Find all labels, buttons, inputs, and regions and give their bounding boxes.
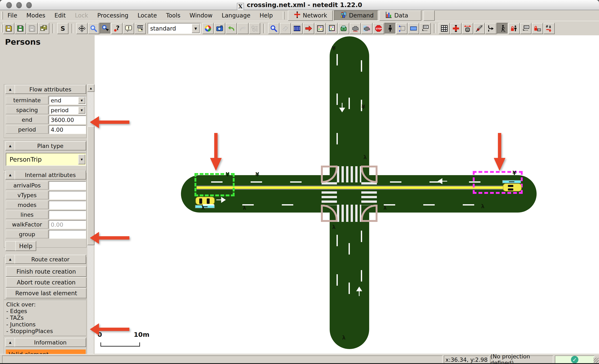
taxi-vehicle[interactable] [503, 183, 522, 191]
status-bar: x:36.34, y:2.98 (No projection defined) … [0, 354, 599, 364]
context-help-button[interactable]: ? [111, 23, 123, 34]
menu-edit[interactable]: Edit [50, 11, 70, 21]
grid-toggle-button[interactable] [439, 23, 450, 34]
supermode-network-button[interactable]: Network [288, 10, 333, 21]
network-canvas[interactable]: 0 10m ¥¥¥¥λλλλλλ¥λ [95, 35, 599, 354]
save-all-button[interactable] [38, 23, 49, 34]
bus-stop[interactable] [195, 205, 215, 208]
collapse-plan-type-button[interactable]: ▲ [5, 141, 15, 150]
group-input[interactable] [49, 230, 86, 239]
lines-input[interactable] [49, 211, 86, 219]
zoom-fit-button[interactable] [88, 23, 99, 34]
menu-processing[interactable]: Processing [93, 11, 133, 21]
period-input[interactable]: 4.00 [49, 125, 86, 134]
collapse-flow-button[interactable]: ▲ [5, 85, 15, 94]
lane-marking [423, 204, 435, 205]
route-options-button [249, 23, 260, 34]
type-mode-button[interactable]: TYPE [350, 23, 361, 34]
messages-window-button[interactable]: ! [123, 23, 134, 34]
help-button[interactable]: Help [15, 241, 36, 251]
view-coloring-button[interactable] [202, 23, 214, 34]
lock-container-toggle-button[interactable] [532, 23, 543, 34]
junction-shape-toggle-button[interactable] [450, 23, 461, 34]
menu-language[interactable]: Language [217, 11, 255, 21]
hide-shapes-toggle-button[interactable] [474, 23, 485, 34]
toolbar-separator [53, 24, 54, 33]
save-additionals-button[interactable] [15, 23, 26, 34]
terminate-combo[interactable]: end▼ [49, 96, 86, 105]
person-plan-mode-button[interactable] [396, 23, 407, 34]
menu-modes[interactable]: Modes [22, 11, 50, 21]
view-preset-combo[interactable]: standard▼ [148, 23, 201, 34]
remove-last-element-button[interactable]: Remove last element [6, 288, 87, 298]
inspect-mode-button[interactable] [268, 23, 279, 34]
vtypes-input[interactable] [49, 191, 86, 200]
vehicle-mode-button[interactable] [338, 23, 349, 34]
end-input[interactable]: 3600.00 [49, 116, 86, 124]
lock-person-toggle-button[interactable] [509, 23, 520, 34]
abort-route-creation-button[interactable]: Abort route creation [6, 277, 87, 288]
save-network-button[interactable] [3, 23, 14, 34]
chevron-down-icon[interactable]: ▼ [78, 107, 85, 114]
toolbar-grip[interactable] [1, 25, 3, 32]
route-mode-button[interactable] [303, 23, 314, 34]
information-header[interactable]: Information [15, 338, 86, 347]
collapse-information-button[interactable]: ▲ [5, 338, 15, 347]
delete-mode-button [280, 23, 291, 34]
route-distribution-mode-button[interactable] [315, 23, 326, 34]
stop-mode-button[interactable]: STOP [373, 23, 384, 34]
container-mode-button[interactable] [408, 23, 419, 34]
route-creator-header[interactable]: Route creator [15, 255, 86, 264]
menu-popup-button[interactable]: MENU [135, 23, 146, 34]
menu-help[interactable]: Help [255, 11, 277, 21]
taxi-vehicle[interactable] [195, 197, 215, 205]
crosswalk-south[interactable] [337, 205, 361, 222]
toolbar-grip[interactable] [283, 12, 284, 19]
show-persons-toggle-button[interactable] [497, 23, 508, 34]
geo-status-panel[interactable]: ✓ [555, 356, 594, 364]
vehicle-mode-highlight-button[interactable] [326, 23, 338, 34]
snapshot-button[interactable] [214, 23, 225, 34]
modes-input[interactable] [49, 201, 86, 209]
supermode-data-button[interactable]: Data [379, 10, 421, 21]
show-trips-toggle-button[interactable] [485, 23, 496, 34]
supermode-demand-button[interactable]: Demand [334, 10, 378, 21]
zoom-region-button[interactable] [100, 23, 111, 34]
type-distribution-mode-button[interactable] [361, 23, 372, 34]
bus-stop[interactable] [502, 180, 521, 183]
arrivalpos-input[interactable] [49, 181, 86, 190]
plan-type-combo[interactable]: PersonTrip ▼ [6, 153, 86, 166]
chevron-down-icon[interactable]: ▼ [78, 154, 85, 164]
toggle-panel-button[interactable] [423, 10, 435, 21]
undo-button[interactable] [226, 23, 237, 34]
menu-locate[interactable]: Locate [133, 11, 161, 21]
flow-spacing-toggle-button[interactable]: # [544, 23, 555, 34]
collapse-route-creator-button[interactable]: ▲ [5, 255, 15, 264]
scrollbar-thumb[interactable] [87, 126, 94, 245]
help-icon-button[interactable] [5, 241, 16, 251]
menu-file[interactable]: File [3, 11, 22, 21]
resize-grip[interactable] [594, 358, 599, 363]
collapse-internal-button[interactable]: ▲ [5, 170, 15, 179]
person-trip-route[interactable] [196, 186, 517, 190]
chevron-down-icon[interactable]: ▼ [78, 97, 85, 104]
toolbar-grip[interactable] [1, 12, 3, 19]
container-sequence-toggle-button[interactable] [520, 23, 531, 34]
scroll-up-button[interactable]: ▲ [87, 84, 94, 92]
crosswalk-north[interactable] [337, 166, 361, 182]
flow-attributes-header[interactable]: Flow attributes [15, 85, 86, 94]
toggle-simple-view-button[interactable]: S [57, 23, 68, 34]
finish-route-creation-button[interactable]: Finish route creation [6, 266, 87, 277]
menu-tools[interactable]: Tools [161, 11, 185, 21]
menu-window[interactable]: Window [185, 11, 217, 21]
vehicle-spread-toggle-button[interactable] [462, 23, 473, 34]
person-mode-button[interactable] [385, 23, 396, 34]
recenter-view-button[interactable] [76, 23, 88, 34]
plan-type-header[interactable]: Plan type [15, 141, 86, 150]
move-mode-button[interactable] [291, 23, 303, 34]
walkfactor-input[interactable]: 0.00 [49, 220, 86, 229]
internal-attributes-header[interactable]: Internal attributes [15, 170, 86, 179]
chevron-down-icon[interactable]: ▼ [192, 24, 200, 33]
spacing-combo[interactable]: period▼ [49, 106, 86, 114]
container-plan-mode-button[interactable] [420, 23, 431, 34]
